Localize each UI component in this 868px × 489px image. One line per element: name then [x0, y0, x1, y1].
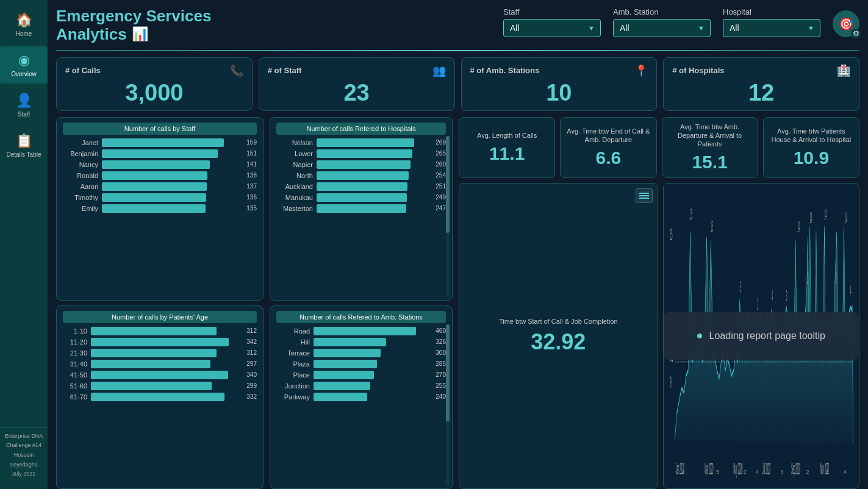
sidebar-label-home: Home — [16, 30, 32, 37]
hospital-filter-wrapper: All — [723, 19, 820, 37]
staff-filter-wrapper: All — [503, 19, 601, 37]
bar-track — [91, 393, 236, 401]
bar-row: 11-20 342 — [63, 338, 257, 346]
sidebar-item-staff[interactable]: 👤 Staff — [0, 87, 48, 124]
bar-value: 141 — [240, 161, 257, 168]
header-filters: Staff All Amb. Station All Hospital — [503, 7, 859, 37]
bar-value: 326 — [429, 338, 446, 345]
calls-by-amb-card: Number of calls Refered to Amb. Stations… — [270, 305, 453, 489]
bar-row: Benjamin 151 — [63, 149, 257, 158]
bar-name: 61-70 — [63, 393, 87, 401]
bar-row: Nancy 141 — [63, 160, 257, 169]
bar-track — [317, 160, 425, 169]
x-label-3: 3 — [781, 469, 784, 475]
bar-track — [317, 182, 425, 191]
bar-fill — [314, 327, 416, 335]
bar-fill — [91, 371, 228, 379]
bar-fill — [91, 360, 210, 368]
bar-name: 1-10 — [63, 327, 87, 335]
svg-text:2: 2 — [757, 296, 758, 313]
user-avatar[interactable]: 🎯 — [833, 10, 859, 37]
svg-text:May 2020: May 2020 — [733, 460, 742, 479]
loading-dot — [697, 334, 702, 338]
bar-track — [317, 138, 425, 147]
bar-fill — [314, 371, 374, 379]
bar-value: 251 — [429, 183, 446, 190]
avg-time-amb-value: 15.1 — [692, 152, 727, 173]
hospital-filter-select[interactable]: All — [723, 19, 820, 37]
bar-name: Auckland — [276, 183, 313, 190]
bar-track — [91, 349, 236, 357]
amb-station-filter-select[interactable]: All — [613, 19, 711, 37]
bar-fill — [102, 149, 218, 158]
scrollbar-button[interactable] — [636, 188, 653, 203]
bar-value: 297 — [240, 360, 257, 367]
amb-scroll-track[interactable] — [446, 324, 450, 486]
amb-station-filter-label: Amb. Station — [613, 7, 711, 16]
kpi-amb-title-row: # of Amb. Stations 📍 — [470, 64, 648, 77]
bar-name: Emily — [63, 205, 98, 212]
bar-row: Manukau 249 — [276, 193, 446, 202]
bar-track — [102, 160, 236, 169]
metrics-row-1: Avg. Length of Calls 11.1 Avg. Time btw … — [459, 117, 859, 179]
scroll-line-1 — [639, 193, 649, 194]
bar-track — [317, 204, 425, 213]
bar-track — [102, 193, 236, 202]
bar-row: Parkway 240 — [276, 393, 446, 401]
bar-row: 61-70 332 — [63, 393, 257, 401]
calls-by-hospital-chart: Nelson 269 Lower 265 Napier 260 North — [276, 138, 446, 213]
bar-name: Terrace — [276, 349, 310, 357]
svg-text:Jul 2020: Jul 2020 — [762, 460, 770, 479]
x-label-4-3: 4 — [844, 469, 847, 475]
bar-track — [314, 393, 425, 401]
bar-name: Manukau — [276, 194, 313, 201]
bar-row: Napier 260 — [276, 160, 446, 169]
author-line1: Hossein — [14, 452, 34, 459]
hospital-icon: 🏥 — [837, 64, 850, 77]
bar-track — [317, 149, 425, 158]
enterprise-dna-line1: Enterprise DNA — [5, 433, 43, 440]
bar-track — [91, 371, 236, 379]
sidebar-item-details[interactable]: 📋 Details Table — [0, 127, 48, 164]
header-title: Emergency Services Analytics 📊 — [56, 7, 211, 44]
bar-row: Masterton 247 — [276, 204, 446, 213]
x-label-3-2: 3 — [826, 469, 829, 475]
bar-value: 299 — [240, 382, 257, 389]
avg-time-amb-card: Avg. Time btw Amb. Departure & Arrival t… — [662, 117, 758, 179]
sidebar-item-home[interactable]: 🏠 Home — [0, 6, 48, 43]
kpi-amb-value: 10 — [546, 81, 572, 104]
kpi-calls-title: # of Calls — [65, 66, 101, 75]
bar-value: 247 — [429, 205, 446, 212]
calls-by-hospital-card: Number of calls Refered to Hospitals Nel… — [270, 117, 453, 301]
bar-row: Auckland 251 — [276, 182, 446, 191]
bar-fill — [317, 149, 412, 158]
kpi-staff-title: # of Staff — [268, 66, 302, 75]
calls-by-staff-chart: Janet 159 Benjamin 151 Nancy 141 Ronald — [63, 138, 257, 213]
bar-name: Masterton — [276, 205, 313, 212]
bar-fill — [317, 160, 411, 169]
bar-track — [102, 138, 236, 147]
avg-length-card: Avg. Length of Calls 11.1 — [459, 117, 555, 179]
bar-track — [102, 171, 236, 180]
sidebar-item-overview[interactable]: ◉ Overview — [0, 46, 48, 84]
details-icon: 📋 — [16, 133, 32, 149]
avg-time-patients-title: Avg. Time btw Patients House & Arrival t… — [770, 127, 853, 145]
staff-filter-select[interactable]: All — [503, 19, 601, 37]
bar-value: 137 — [240, 183, 257, 190]
hospital-scroll-track[interactable] — [446, 136, 450, 298]
bar-name: Timothy — [63, 194, 98, 201]
bar-value: 255 — [429, 382, 446, 389]
bar-name: Nelson — [276, 139, 313, 146]
svg-text:5: 5 — [739, 279, 741, 296]
bar-value: 260 — [429, 161, 446, 168]
calls-by-age-chart: 1-10 312 11-20 342 21-30 312 31-40 — [63, 327, 257, 401]
bar-name: 21-30 — [63, 349, 87, 357]
completion-card: Time btw Start of Call & Job Completion … — [459, 183, 658, 489]
svg-text:14: 14 — [824, 206, 826, 223]
staff-kpi-icon: 👥 — [432, 64, 446, 77]
bottom-section: Time btw Start of Call & Job Completion … — [459, 183, 859, 489]
bar-value: 340 — [240, 371, 257, 378]
bar-track — [91, 382, 236, 390]
bar-fill — [317, 182, 407, 191]
time-series-chart: Loading report page tooltip 15 8.2 9 Jan… — [663, 183, 860, 489]
